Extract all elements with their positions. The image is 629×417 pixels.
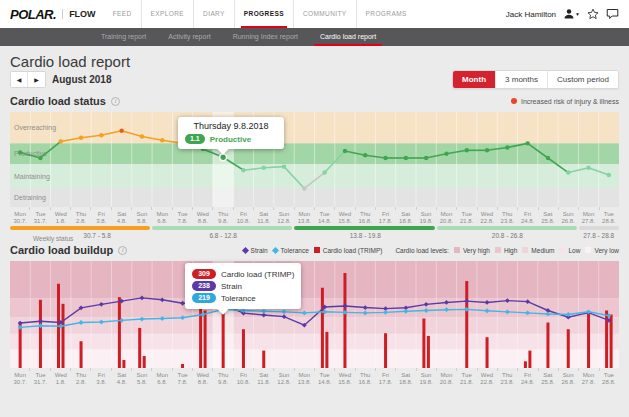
axis-day-label: Tue31.7. [30,371,50,385]
axis-day-label: Tue14.8. [314,210,334,224]
risk-legend: Increased risk of injury & illness [511,98,619,105]
low-swatch-icon [559,247,565,253]
axis-day-label: Thu23.8. [497,210,517,224]
value-pill: 309 [192,269,216,279]
polar-flow-app: POLAR. FLOW FEEDEXPLOREDIARYPROGRESSCOMM… [0,0,629,417]
weekly-status-segment [437,226,577,230]
nav-item-feed[interactable]: FEED [104,0,141,28]
axis-day-label: Mon30.7. [10,210,30,224]
axis-day-label: Mon13.8. [294,371,314,385]
range-button-month[interactable]: Month [453,71,495,88]
status-section-header: Cardio load status i Increased risk of i… [10,94,619,108]
info-icon[interactable]: i [111,97,120,106]
buildup-section-title: Cardio load buildup [10,244,113,256]
high-swatch-icon [495,247,501,253]
period-arrows: ◀ ▶ [10,71,46,88]
tooltip-date: Thursday 9.8.2018 [185,121,277,131]
report-subnav: Training reportActivity reportRunning In… [0,28,629,46]
axis-day-label: Sat4.8. [111,371,131,385]
nav-item-explore[interactable]: EXPLORE [141,0,194,28]
weekly-range-label: 20.8 - 26.8 [436,232,578,239]
tooltip-label: Tolerance [221,294,256,303]
polar-logo: POLAR. [10,7,56,22]
axis-day-label: Sun12.8. [274,371,294,385]
info-icon[interactable]: i [118,246,127,255]
axis-day-label: Tue21.8. [457,371,477,385]
axis-day-label: Tue21.8. [457,210,477,224]
period-controls: ◀ ▶ August 2018 Month3 monthsCustom peri… [10,71,619,88]
nav-item-progress[interactable]: PROGRESS [234,0,293,28]
value-pill: 219 [192,293,216,303]
range-button-custom-period[interactable]: Custom period [547,71,618,88]
level-high: High [495,247,517,254]
user-icon [563,8,575,20]
axis-day-label: Mon20.8. [436,371,456,385]
weekly-status-row: 30.7 - 5.86.8 - 12.813.8 - 19.820.8 - 26… [10,226,619,239]
axis-day-label: Sat18.8. [396,371,416,385]
axis-day-label: Sat11.8. [254,371,274,385]
weekly-range-label: 6.8 - 12.8 [152,232,294,239]
legend-cardio-load-trimp-: Cardio load (TRIMP) [314,247,383,254]
subnav-item-running-index-report[interactable]: Running Index report [222,28,309,46]
weekly-status-segment [10,226,150,230]
favorites-button[interactable] [587,8,599,20]
svg-text:Overreaching: Overreaching [14,124,56,132]
level-medium: Medium [522,247,554,254]
tooltip-row-strain: 238Strain [192,281,294,291]
subnav-item-cardio-load-report[interactable]: Cardio load report [309,28,387,46]
axis-day-label: Fri10.8. [233,210,253,224]
user-name[interactable]: Jack Hamilton [506,10,556,19]
legend-strain: Strain [243,247,268,254]
level-very-low: Very low [585,247,619,254]
axis-day-label: Tue28.8. [599,210,619,224]
axis-day-label: Sat18.8. [396,210,416,224]
cardio-load-buildup-chart[interactable]: 309Cardio load (TRIMP)238Strain219Tolera… [10,261,619,368]
axis-day-label: Sun5.8. [132,210,152,224]
cardio-load-status-chart[interactable]: OverreachingProductiveMaintainingDetrain… [10,112,619,207]
subnav-item-activity-report[interactable]: Activity report [157,28,221,46]
axis-day-label: Wed15.8. [335,210,355,224]
weekly-range-label: 30.7 - 5.8 [10,232,152,239]
axis-day-label: Mon27.8. [578,371,598,385]
nav-item-community[interactable]: COMMUNITY [293,0,356,28]
axis-day-label: Sun19.8. [416,210,436,224]
axis-day-label: Sat25.8. [538,210,558,224]
axis-day-label: Sun19.8. [416,371,436,385]
legend-tolerance: Tolerance [273,247,309,254]
status-label: Productive [210,135,251,144]
weekly-range-label: 27.8 - 28.8 [578,232,619,239]
previous-period-button[interactable]: ◀ [11,72,28,87]
weekly-status-segment [579,226,619,230]
axis-day-label: Wed1.8. [51,210,71,224]
messages-button[interactable] [606,8,619,20]
axis-day-label: Wed15.8. [335,371,355,385]
axis-day-label: Tue7.8. [172,210,192,224]
buildup-section-header: Cardio load buildup i StrainToleranceCar… [10,243,619,257]
axis-day-label: Sun26.8. [558,371,578,385]
next-period-button[interactable]: ▶ [28,72,45,87]
brand[interactable]: POLAR. FLOW [10,7,96,22]
axis-day-label: Fri17.8. [375,210,395,224]
nav-item-diary[interactable]: DIARY [193,0,234,28]
axis-day-label: Thu2.8. [71,371,91,385]
star-icon [587,8,599,20]
user-menu-button[interactable]: ▼ [563,8,580,20]
axis-day-label: Thu2.8. [71,210,91,224]
axis-day-label: Wed1.8. [51,371,71,385]
main-menu: FEEDEXPLOREDIARYPROGRESSCOMMUNITYPROGRAM… [104,0,506,28]
subnav-item-training-report[interactable]: Training report [90,28,157,46]
level-low: Low [559,247,580,254]
axis-day-label: Wed8.8. [193,371,213,385]
axis-day-label: Sat11.8. [254,210,274,224]
status-value-pill: 1.1 [185,134,205,144]
chat-icon [606,8,619,20]
axis-day-label: Fri17.8. [375,371,395,385]
axis-day-label: Fri3.8. [91,371,111,385]
axis-day-label: Fri3.8. [91,210,111,224]
range-button-3-months[interactable]: 3 months [495,71,547,88]
buildup-chart-axis: Mon30.7.Tue31.7.Wed1.8.Thu2.8.Fri3.8.Sat… [10,368,619,385]
current-period-label: August 2018 [52,74,111,85]
nav-item-programs[interactable]: PROGRAMS [356,0,416,28]
tooltip-row-cardio-load-trimp-: 309Cardio load (TRIMP) [192,269,294,279]
page-title: Cardio load report [10,53,619,70]
